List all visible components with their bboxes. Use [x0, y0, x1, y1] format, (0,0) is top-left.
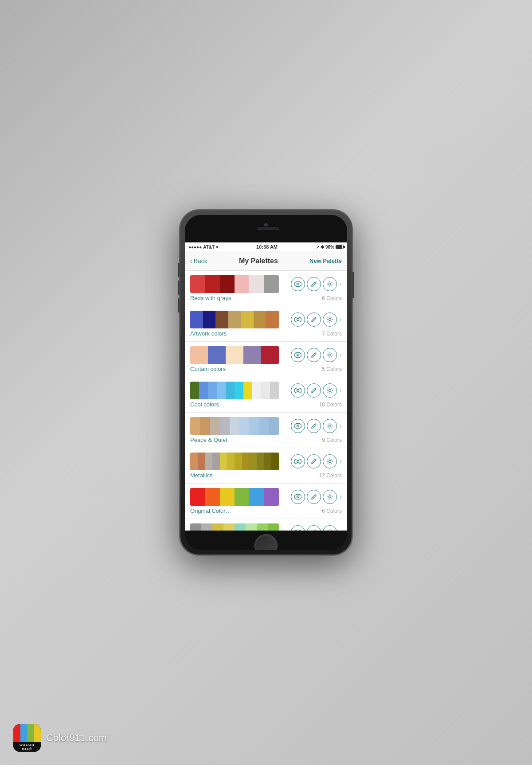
svg-point-11	[329, 390, 331, 392]
palette-row: ›	[190, 488, 342, 506]
palette-row: ›	[190, 346, 342, 364]
palette-info: Curtain colors5 Colors	[190, 366, 342, 372]
status-bar: ●●●●● AT&T ▾ 10:38 AM ↗ ✱ 96%	[185, 242, 347, 251]
svg-point-1	[297, 283, 299, 285]
color-swatch	[226, 382, 235, 399]
color-swatch	[190, 275, 205, 293]
view-button[interactable]	[291, 348, 305, 362]
view-button[interactable]	[291, 490, 305, 504]
chevron-right-icon: ›	[340, 351, 342, 359]
palette-item[interactable]: ›Peace & Quiet9 Colors	[185, 413, 347, 448]
palette-actions: ›	[291, 525, 342, 531]
palette-item[interactable]: ›Cool colors10 Colors	[185, 377, 347, 413]
view-button[interactable]	[291, 312, 305, 327]
svg-point-12	[294, 423, 301, 429]
color-swatch	[220, 488, 235, 506]
chevron-right-icon: ›	[340, 422, 342, 430]
edit-button[interactable]	[307, 277, 321, 291]
color-swatch	[261, 346, 279, 364]
svg-point-13	[297, 425, 299, 427]
bottom-logo: COLOR 911® Color911.com	[13, 724, 107, 752]
palette-item[interactable]: ›Artwork colors7 Colors	[185, 306, 347, 342]
color-swatch	[220, 417, 230, 435]
edit-button[interactable]	[307, 383, 321, 398]
phone-shell: ●●●●● AT&T ▾ 10:38 AM ↗ ✱ 96% ‹	[180, 210, 352, 555]
color-swatches	[190, 523, 279, 531]
icon-color-yellow	[34, 724, 41, 742]
settings-button[interactable]	[323, 277, 337, 291]
phone-inner: ●●●●● AT&T ▾ 10:38 AM ↗ ✱ 96% ‹	[185, 215, 347, 550]
palette-item[interactable]: ›Reds with grays6 Colors	[185, 271, 347, 306]
settings-button[interactable]	[323, 525, 337, 531]
home-button[interactable]	[255, 535, 277, 550]
color-swatch	[270, 382, 279, 399]
view-button[interactable]	[291, 383, 305, 398]
chevron-right-icon: ›	[340, 457, 342, 465]
icon-text-911: 911®	[22, 747, 32, 751]
svg-point-17	[329, 461, 331, 463]
settings-button[interactable]	[323, 312, 337, 327]
palette-actions: ›	[291, 419, 342, 433]
palette-item[interactable]: ›Curtain colors5 Colors	[185, 342, 347, 377]
back-button[interactable]: ‹ Back	[190, 258, 207, 265]
view-button[interactable]	[291, 454, 305, 468]
palette-info: Metallics12 Colors	[190, 472, 342, 479]
edit-button[interactable]	[307, 312, 321, 327]
color-swatch	[227, 453, 235, 470]
edit-button[interactable]	[307, 454, 321, 468]
settings-button[interactable]	[323, 419, 337, 433]
color-swatch	[235, 453, 242, 470]
svg-point-21	[294, 530, 301, 531]
svg-point-14	[329, 425, 331, 427]
color-swatch	[190, 453, 198, 470]
color-swatch	[235, 523, 246, 531]
color-swatch	[226, 346, 243, 364]
back-label: Back	[194, 258, 207, 265]
edit-button[interactable]	[307, 419, 321, 433]
color-swatches	[190, 346, 279, 364]
palette-row: ›	[190, 523, 342, 531]
battery-percent: 96%	[325, 245, 334, 250]
color-swatch	[264, 453, 272, 470]
svg-point-15	[294, 459, 301, 464]
color-swatch	[190, 523, 201, 531]
settings-button[interactable]	[323, 383, 337, 398]
color-swatch	[198, 453, 205, 470]
color-swatch	[217, 382, 226, 399]
view-button[interactable]	[291, 525, 305, 531]
color-swatch	[201, 523, 212, 531]
palette-count: 12 Colors	[319, 472, 342, 479]
color-swatches	[190, 453, 279, 470]
edit-button[interactable]	[307, 348, 321, 362]
color-swatch	[235, 382, 243, 399]
new-palette-button[interactable]: New Palette	[309, 258, 342, 264]
color-swatch	[212, 523, 223, 531]
palette-item[interactable]: ›Metallics12 Colors	[185, 448, 347, 484]
edit-button[interactable]	[307, 525, 321, 531]
palette-row: ›	[190, 311, 342, 328]
color-swatch	[271, 453, 279, 470]
view-button[interactable]	[291, 419, 305, 433]
page-title: My Palettes	[239, 257, 278, 265]
palette-info: Original Color…6 Colors	[190, 507, 342, 514]
color-swatch	[249, 417, 259, 435]
settings-button[interactable]	[323, 454, 337, 468]
view-button[interactable]	[291, 277, 305, 291]
bottom-bezel	[185, 531, 347, 550]
color-swatch	[246, 523, 257, 531]
settings-button[interactable]	[323, 490, 337, 504]
chevron-right-icon: ›	[340, 386, 342, 394]
palette-name: Metallics	[190, 472, 213, 479]
palette-count: 7 Colors	[322, 331, 342, 337]
top-bezel	[185, 215, 347, 242]
svg-point-2	[329, 283, 331, 285]
palette-item[interactable]: ›Original Color…6 Colors	[185, 484, 347, 519]
bluetooth-icon: ✱	[321, 245, 324, 250]
color-swatch	[235, 488, 249, 506]
palette-item[interactable]: ›EK Wedding…8 Colors	[185, 519, 347, 531]
chevron-right-icon: ›	[340, 528, 342, 531]
settings-button[interactable]	[323, 348, 337, 362]
palette-name: Reds with grays	[190, 295, 231, 301]
edit-button[interactable]	[307, 490, 321, 504]
battery-icon	[336, 245, 344, 249]
